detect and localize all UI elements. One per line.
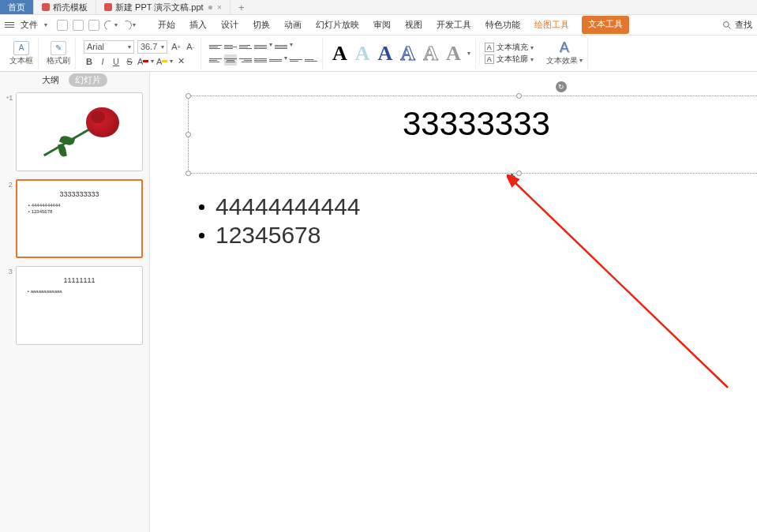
tab-animation[interactable]: 动画 xyxy=(283,16,303,34)
line-spacing-dropdown-icon[interactable]: ▾ xyxy=(284,54,287,66)
align-top-button[interactable] xyxy=(209,41,222,52)
tab-slideshow[interactable]: 幻灯片放映 xyxy=(314,16,361,34)
thumb-3-number: 3 xyxy=(6,266,13,345)
tab-review[interactable]: 审阅 xyxy=(372,16,392,34)
title-bar: 首页 稻壳模板 新建 PPT 演示文稿.ppt × + xyxy=(0,0,757,15)
highlight-dropdown-icon[interactable]: ▾ xyxy=(170,58,173,65)
group-textbox[interactable]: A 文本框 xyxy=(5,37,39,69)
qat-preview-icon[interactable] xyxy=(88,20,99,31)
slides-tab[interactable]: 幻灯片 xyxy=(69,73,107,87)
group-text-effect[interactable]: A 文本效果▾ xyxy=(542,37,588,69)
thumb-2-title: 3333333333 xyxy=(17,190,141,198)
slide-body-textbox[interactable]: 44444444444 12345678 xyxy=(199,192,361,250)
bullet-icon xyxy=(199,233,204,238)
wordart-style-4[interactable]: A xyxy=(399,42,417,66)
numbering-dropdown-icon[interactable]: ▾ xyxy=(290,41,293,52)
line-spacing-button[interactable] xyxy=(269,54,282,66)
indent-inc-button[interactable] xyxy=(305,54,317,66)
tab-special[interactable]: 特色功能 xyxy=(484,16,522,34)
align-left-button[interactable] xyxy=(209,54,222,66)
rotate-handle-icon[interactable]: ↻ xyxy=(556,81,567,92)
align-middle-button[interactable] xyxy=(224,41,237,52)
tab-template-label: 稻壳模板 xyxy=(53,2,88,13)
qat-undo[interactable]: ▾ xyxy=(104,20,118,31)
italic-button[interactable]: I xyxy=(97,56,108,67)
increase-font-button[interactable]: A+ xyxy=(171,41,182,52)
group-format-painter[interactable]: ✎ 格式刷 xyxy=(42,37,76,69)
wordart-style-2[interactable]: A xyxy=(354,42,372,66)
clear-format-button[interactable]: ✕ xyxy=(175,56,186,67)
tab-document-label: 新建 PPT 演示文稿.ppt xyxy=(115,2,204,13)
bullet-2-text: 12345678 xyxy=(215,222,320,249)
align-center-button[interactable] xyxy=(224,54,237,66)
tab-start[interactable]: 开始 xyxy=(156,16,177,34)
qat-redo[interactable]: ▾ xyxy=(122,20,136,31)
file-menu[interactable]: 文件 xyxy=(21,19,38,31)
textbox-icon: A xyxy=(13,41,29,55)
unsaved-dot-icon xyxy=(208,6,212,9)
decrease-font-button[interactable]: A- xyxy=(185,41,196,52)
bold-button[interactable]: B xyxy=(84,56,95,67)
tab-view[interactable]: 视图 xyxy=(403,16,424,34)
thumbnail-2[interactable]: 3333333333 • 44444444444 • 12345678 xyxy=(16,179,143,258)
quick-access-toolbar: ▾ ▾ xyxy=(57,20,136,31)
indent-dec-button[interactable] xyxy=(290,54,302,66)
tab-add[interactable]: + xyxy=(230,0,253,14)
group-font: Arial▾ 36.7▾ A+ A- B I U S A ▾ A ▾ ✕ xyxy=(79,37,201,69)
file-dropdown-icon[interactable]: ▾ xyxy=(44,21,47,28)
group-text-style: A文本填充▾ A文本轮廓▾ xyxy=(479,42,538,65)
font-size-combo[interactable]: 36.7▾ xyxy=(137,40,167,54)
tab-developer[interactable]: 开发工具 xyxy=(435,16,473,34)
numbering-button[interactable] xyxy=(275,41,287,52)
textbox-label: 文本框 xyxy=(9,55,33,66)
slide-canvas[interactable]: ↻ 33333333 44444444444 12345678 ✥ xyxy=(150,72,757,532)
tab-text-tools[interactable]: 文本工具 xyxy=(582,16,629,34)
resize-handle-sw[interactable] xyxy=(186,170,191,176)
thumbnail-3[interactable]: 11111111 • aaaaaaaaaaaa xyxy=(16,266,143,345)
wordart-style-5[interactable]: A xyxy=(422,42,440,66)
redo-dropdown-icon[interactable]: ▾ xyxy=(133,21,136,28)
tab-home[interactable]: 首页 xyxy=(0,0,34,14)
font-name-combo[interactable]: Arial▾ xyxy=(84,40,134,54)
search-button[interactable]: 查找 xyxy=(735,19,752,31)
align-bottom-button[interactable] xyxy=(239,41,252,52)
tab-document[interactable]: 新建 PPT 演示文稿.ppt × xyxy=(96,0,230,14)
qat-save-icon[interactable] xyxy=(57,20,68,31)
resize-handle-nw[interactable] xyxy=(186,93,191,99)
tab-draw-tools[interactable]: 绘图工具 xyxy=(533,16,571,34)
highlight-button[interactable]: A xyxy=(156,56,167,67)
wordart-more-icon[interactable]: ▾ xyxy=(467,50,470,57)
underline-button[interactable]: U xyxy=(111,56,122,67)
tab-close-icon[interactable]: × xyxy=(217,2,222,12)
qat-print-icon[interactable] xyxy=(73,20,84,31)
text-outline-button[interactable]: A文本轮廓▾ xyxy=(485,54,534,65)
text-fill-button[interactable]: A文本填充▾ xyxy=(485,42,534,53)
font-color-button[interactable]: A xyxy=(137,56,148,67)
wordart-style-6[interactable]: A xyxy=(444,42,463,66)
thumbnail-1[interactable] xyxy=(16,92,143,171)
bullets-dropdown-icon[interactable]: ▾ xyxy=(269,41,272,52)
strike-button[interactable]: S xyxy=(124,56,135,67)
undo-dropdown-icon[interactable]: ▾ xyxy=(114,21,118,28)
tab-template[interactable]: 稻壳模板 xyxy=(34,0,96,14)
tab-transition[interactable]: 切换 xyxy=(251,16,272,34)
format-painter-icon: ✎ xyxy=(51,41,66,55)
wordart-style-1[interactable]: A xyxy=(331,42,349,66)
outline-tab[interactable]: 大纲 xyxy=(42,74,59,86)
rose-leaf-shape xyxy=(58,144,67,157)
bullets-button[interactable] xyxy=(254,41,267,52)
align-justify-button[interactable] xyxy=(254,54,267,66)
thumbnail-list[interactable]: *1 2 3333333333 • 44444444444 • 12345678… xyxy=(0,88,149,532)
font-color-dropdown-icon[interactable]: ▾ xyxy=(151,58,154,65)
tab-insert[interactable]: 插入 xyxy=(188,16,208,34)
slide-title-text[interactable]: 33333333 xyxy=(403,105,550,143)
align-right-button[interactable] xyxy=(239,54,252,66)
resize-handle-n[interactable] xyxy=(516,93,522,99)
bullet-icon xyxy=(199,204,204,210)
tab-design[interactable]: 设计 xyxy=(219,16,240,34)
hamburger-icon[interactable] xyxy=(5,21,14,29)
wordart-style-3[interactable]: A xyxy=(377,42,395,66)
text-effect-dropdown-icon: ▾ xyxy=(579,57,583,64)
thumb-1-number: *1 xyxy=(6,92,13,171)
resize-handle-w[interactable] xyxy=(186,132,191,137)
